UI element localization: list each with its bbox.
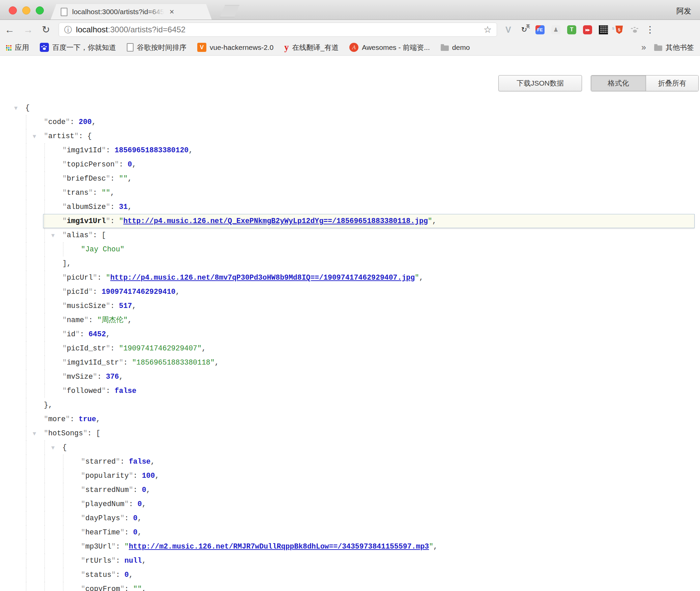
key-quote: "	[62, 330, 67, 338]
json-key: dayPlays	[85, 514, 120, 522]
json-key: hotSongs	[48, 429, 83, 437]
new-tab-button[interactable]	[220, 5, 239, 17]
browser-tab[interactable]: localhost:3000/artists?id=645 ×	[51, 4, 212, 20]
key-quote: "	[62, 160, 67, 168]
string-quote: "	[428, 217, 432, 225]
indent-guide	[26, 483, 26, 497]
indent-guide	[26, 186, 26, 200]
json-line: "code": 200,	[44, 118, 96, 126]
json-link[interactable]: http://p4.music.126.net/Q_ExePNkmgB2yWyL…	[123, 217, 428, 225]
json-key: musicSize	[67, 302, 106, 310]
comma: ,	[433, 542, 438, 551]
browser-menu-icon[interactable]: ⋮	[645, 24, 654, 35]
comma: ,	[132, 302, 136, 310]
reload-icon[interactable]: ↻	[42, 25, 50, 35]
url-text[interactable]: localhost:3000/artists?id=6452	[76, 25, 185, 34]
key-quote: "	[81, 486, 85, 494]
other-bookmarks-folder[interactable]: 其他书签	[654, 43, 694, 52]
indent-guide	[63, 455, 63, 469]
colon: :	[93, 189, 101, 197]
key-quote: "	[106, 302, 110, 310]
indent-guide	[63, 483, 63, 497]
collapse-all-button[interactable]: 折叠所有	[646, 75, 698, 91]
back-icon[interactable]: ←	[5, 25, 14, 35]
sitemap-extension-icon[interactable]: ♟	[551, 25, 561, 35]
indent-guide	[26, 469, 26, 483]
bookmark-star-icon[interactable]: ☆	[484, 24, 492, 35]
json-key: code	[48, 118, 66, 126]
html5-extension-icon[interactable]: s5	[614, 25, 624, 35]
colon: :	[110, 344, 119, 352]
bookmark-demo-folder[interactable]: demo	[441, 43, 470, 52]
json-line: "picId": 19097417462929410,	[62, 288, 180, 296]
qr-code-extension-icon[interactable]	[598, 25, 608, 35]
json-line: "img1v1Id": 18569651883380120,	[62, 146, 193, 154]
bookmark-youdao[interactable]: y在线翻译_有道	[284, 43, 339, 52]
json-line: "name": "周杰伦",	[62, 316, 132, 324]
tampermonkey-extension-icon[interactable]: T	[566, 25, 577, 35]
open-bracket: [	[96, 429, 100, 437]
json-key: albumSize	[67, 203, 106, 211]
indent-guide	[45, 370, 45, 384]
video-player-extension-icon[interactable]: ▶▶	[582, 25, 592, 35]
json-key: topicPerson	[67, 160, 115, 168]
json-string-value: "18569651883380118"	[132, 359, 214, 367]
colon: :	[88, 316, 97, 324]
json-line: "hotSongs": [	[44, 429, 100, 437]
close-window-button[interactable]	[9, 6, 17, 14]
collapse-arrow-icon[interactable]: ▼	[51, 228, 55, 243]
json-row: ▼"artist": {	[0, 129, 700, 143]
json-link[interactable]: http://m2.music.126.net/RMJR7wDullRqppBk…	[129, 542, 429, 551]
comma: ,	[146, 486, 151, 494]
indent-guide	[26, 398, 26, 412]
site-info-icon[interactable]: ⓘ	[64, 25, 72, 35]
paw-extension-icon[interactable]	[630, 25, 640, 35]
collapse-arrow-icon[interactable]: ▼	[33, 129, 36, 144]
collapse-arrow-icon[interactable]: ▼	[33, 427, 36, 441]
json-line: "playedNum": 0,	[81, 500, 146, 508]
json-link[interactable]: http://p4.music.126.net/8mv7qP30Pd3oHW8b…	[110, 274, 415, 282]
json-row: "more": true,	[0, 412, 700, 426]
minimize-window-button[interactable]	[22, 6, 30, 14]
bookmark-vue-hackernews[interactable]: Vvue-hackernews-2.0	[197, 43, 273, 52]
awesomes-a-icon: A	[349, 43, 358, 52]
indent-guide	[26, 568, 26, 582]
collapse-arrow-icon[interactable]: ▼	[14, 101, 18, 115]
key-quote: "	[93, 373, 97, 381]
profile-name[interactable]: 阿发	[676, 6, 691, 16]
zoom-window-button[interactable]	[36, 6, 44, 14]
bookmarks-overflow-icon[interactable]: »	[641, 42, 646, 52]
translate-lang-label: 英	[526, 24, 530, 29]
key-quote: "	[62, 146, 67, 154]
bookmark-awesomes[interactable]: AAwesomes - 前端资...	[349, 43, 430, 52]
collapse-arrow-icon[interactable]: ▼	[51, 441, 55, 455]
key-quote: "	[81, 472, 85, 480]
indent-guide	[45, 384, 45, 398]
colon: :	[116, 571, 124, 579]
address-bar[interactable]: ⓘ localhost:3000/artists?id=6452 ☆	[59, 23, 497, 37]
key-quote: "	[66, 415, 70, 423]
json-key: picId_str	[67, 344, 106, 352]
comma: ,	[142, 585, 146, 591]
indent-guide	[45, 455, 45, 469]
key-quote: "	[62, 231, 67, 239]
key-quote: "	[93, 274, 97, 282]
bookmark-google-sort[interactable]: 谷歌按时间排序	[127, 43, 186, 52]
bookmark-apps[interactable]: 应用	[6, 43, 29, 52]
format-button[interactable]: 格式化	[591, 75, 646, 91]
vue-devtools-extension-icon[interactable]: V	[503, 25, 513, 35]
key-quote: "	[111, 542, 116, 551]
indent-guide	[26, 370, 26, 384]
tab-close-icon[interactable]: ×	[170, 8, 174, 16]
download-json-button[interactable]: 下载JSON数据	[498, 75, 582, 91]
fe-extension-icon[interactable]: FE	[535, 25, 545, 35]
colon: :	[116, 542, 124, 551]
json-row: "briefDesc": "",	[0, 172, 700, 186]
json-row: "trans": "",	[0, 186, 700, 200]
json-number-value: false	[129, 458, 151, 466]
json-number-value: 0	[133, 528, 138, 536]
bookmark-baidu[interactable]: 百度一下，你就知道	[40, 43, 116, 52]
forward-icon[interactable]: →	[23, 25, 33, 35]
colon: :	[124, 585, 133, 591]
translate-extension-icon[interactable]: ↻英	[519, 25, 529, 35]
